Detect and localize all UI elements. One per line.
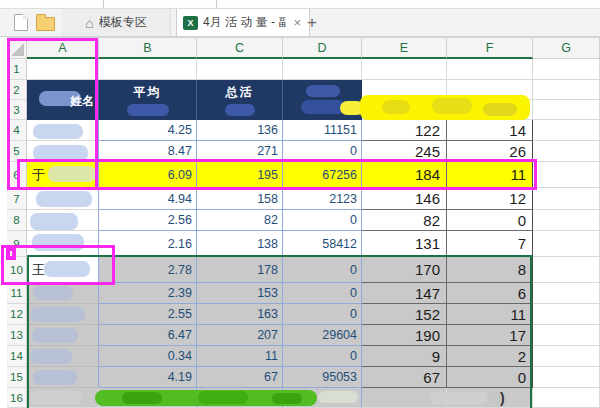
new-document-icon[interactable] — [14, 14, 28, 31]
cell-C9[interactable]: 138 — [197, 231, 283, 257]
cell-D4[interactable]: 11151 — [283, 120, 362, 141]
cell-C13[interactable]: 207 — [197, 325, 283, 346]
cell-D13[interactable]: 29604 — [283, 325, 362, 346]
cell-B2[interactable]: 平均 — [99, 80, 197, 120]
cell-G9[interactable] — [533, 231, 600, 257]
new-tab-button[interactable]: + — [302, 13, 322, 33]
cell-B12[interactable]: 2.55 — [99, 304, 197, 325]
cell-D10[interactable]: 0 — [283, 257, 362, 283]
cell-C1[interactable] — [197, 59, 283, 80]
cell-F15[interactable]: 0 — [447, 367, 533, 388]
cell-F12[interactable]: 11 — [447, 304, 533, 325]
column-header-g[interactable]: G — [533, 37, 600, 59]
cell-G11[interactable] — [533, 283, 600, 304]
cell-B1[interactable] — [99, 59, 197, 80]
cell-D8[interactable]: 0 — [283, 210, 362, 231]
cell-G13[interactable] — [533, 325, 600, 346]
row-header-15[interactable]: 15 — [7, 367, 27, 388]
row16-visible-text: ) — [500, 390, 505, 406]
cell-D11[interactable]: 0 — [283, 283, 362, 304]
cell-D15[interactable]: 95053 — [283, 367, 362, 388]
tab-template-zone[interactable]: ⌂ 模板专区 — [62, 9, 171, 36]
column-header-b[interactable]: B — [99, 37, 197, 59]
cell-G5[interactable] — [533, 141, 600, 162]
cell-E12[interactable]: 152 — [362, 304, 447, 325]
cell-F13[interactable]: 17 — [447, 325, 533, 346]
cell-G14[interactable] — [533, 346, 600, 367]
cell-B14[interactable]: 0.34 — [99, 346, 197, 367]
cell-E1[interactable] — [362, 59, 447, 80]
cell-E9[interactable]: 131 — [362, 231, 447, 257]
cell-F10[interactable]: 8 — [447, 257, 533, 283]
cell-B13[interactable]: 6.47 — [99, 325, 197, 346]
highlight-patch-green — [198, 391, 248, 404]
cell-G2[interactable] — [533, 80, 600, 100]
cell-G1[interactable] — [533, 59, 600, 80]
redaction-blur — [430, 392, 488, 404]
tab-active-workbook[interactable]: X 4月 活 动 量 - 副本 × — [176, 9, 310, 36]
cell-C2[interactable]: 总活 — [197, 80, 283, 120]
cell-F11[interactable]: 6 — [447, 283, 533, 304]
cell-G12[interactable] — [533, 304, 600, 325]
cell-D1[interactable] — [283, 59, 362, 80]
cell-G10[interactable] — [533, 257, 600, 283]
cell-E13[interactable]: 190 — [362, 325, 447, 346]
cell-C10[interactable]: 178 — [197, 257, 283, 283]
row-header-12[interactable]: 12 — [7, 304, 27, 325]
cell-E8[interactable]: 82 — [362, 210, 447, 231]
column-header-e[interactable]: E — [362, 37, 447, 59]
column-header-f[interactable]: F — [447, 37, 533, 59]
cell-F8[interactable]: 0 — [447, 210, 533, 231]
cell-F7[interactable]: 12 — [447, 188, 533, 210]
cell-C8[interactable]: 82 — [197, 210, 283, 231]
folder-icon[interactable] — [36, 17, 55, 31]
redaction-blur — [306, 85, 340, 97]
cell-F1[interactable] — [447, 59, 533, 80]
cell-D7[interactable]: 2123 — [283, 188, 362, 210]
cell-D14[interactable]: 0 — [283, 346, 362, 367]
cell-F14[interactable]: 2 — [447, 346, 533, 367]
cell-E14[interactable]: 9 — [362, 346, 447, 367]
cell-G15[interactable] — [533, 367, 600, 388]
cell-E4[interactable]: 122 — [362, 120, 447, 141]
cell-C14[interactable]: 11 — [197, 346, 283, 367]
cell-D12[interactable]: 0 — [283, 304, 362, 325]
row-header-11[interactable]: 11 — [7, 283, 27, 304]
row-header-13[interactable]: 13 — [7, 325, 27, 346]
cell-C7[interactable]: 158 — [197, 188, 283, 210]
annotation-box-row6 — [17, 159, 537, 190]
cell-D9[interactable]: 58412 — [283, 231, 362, 257]
cell-G3[interactable] — [533, 100, 600, 120]
cell-G4[interactable] — [533, 120, 600, 141]
toolbar-strip — [0, 0, 600, 9]
header-avg-label: 平均 — [134, 84, 162, 101]
tab-label: 4月 活 动 量 - 副本 — [203, 14, 286, 31]
row-header-7[interactable]: 7 — [7, 188, 27, 210]
row-header-14[interactable]: 14 — [7, 346, 27, 367]
cell-B15[interactable]: 4.19 — [99, 367, 197, 388]
cell-G7[interactable] — [533, 188, 600, 210]
column-header-c[interactable]: C — [197, 37, 283, 59]
cell-B11[interactable]: 2.39 — [99, 283, 197, 304]
cell-B4[interactable]: 4.25 — [99, 120, 197, 141]
cell-E15[interactable]: 67 — [362, 367, 447, 388]
column-header-d[interactable]: D — [283, 37, 362, 59]
row-header-16[interactable]: 16 — [7, 388, 27, 408]
cell-C15[interactable]: 67 — [197, 367, 283, 388]
row-header-8[interactable]: 8 — [7, 210, 27, 231]
cell-F9[interactable]: 7 — [447, 231, 533, 257]
name-redaction-blur — [36, 191, 92, 207]
cell-B8[interactable]: 2.56 — [99, 210, 197, 231]
highlight-patch — [382, 100, 410, 114]
cell-C4[interactable]: 136 — [197, 120, 283, 141]
cell-E7[interactable]: 146 — [362, 188, 447, 210]
cell-F4[interactable]: 14 — [447, 120, 533, 141]
cell-G6[interactable] — [533, 162, 600, 188]
cell-E11[interactable]: 147 — [362, 283, 447, 304]
cell-C12[interactable]: 163 — [197, 304, 283, 325]
cell-C11[interactable]: 153 — [197, 283, 283, 304]
cell-B7[interactable]: 4.94 — [99, 188, 197, 210]
cell-E10[interactable]: 170 — [362, 257, 447, 283]
cell-G8[interactable] — [533, 210, 600, 231]
cell-G16[interactable] — [533, 388, 600, 408]
